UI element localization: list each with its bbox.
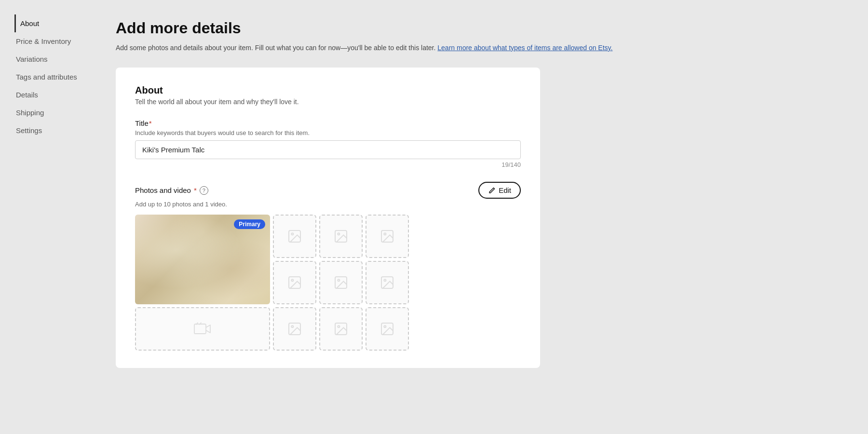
photo-slot-10[interactable]: [366, 307, 409, 351]
title-char-count: 19/140: [135, 161, 521, 168]
about-card: About Tell the world all about your item…: [116, 68, 540, 368]
svg-point-11: [384, 279, 386, 281]
video-icon-placeholder: [194, 322, 211, 336]
add-photo-icon: [333, 229, 349, 244]
add-photo-icon: [333, 275, 349, 290]
sidebar-item-variations[interactable]: Variations: [14, 50, 96, 68]
svg-point-5: [384, 233, 386, 235]
sidebar-item-details[interactable]: Details: [14, 86, 96, 104]
photo-slot-3[interactable]: [319, 215, 363, 258]
title-input[interactable]: [135, 140, 521, 159]
svg-point-18: [338, 326, 339, 327]
learn-more-link[interactable]: Learn more about what types of items are…: [437, 44, 612, 52]
svg-point-7: [291, 279, 293, 281]
photos-section: Photos and video* ? Edit Add up to 10 ph…: [135, 182, 521, 351]
section-subtitle: Tell the world all about your item and w…: [135, 98, 521, 106]
title-field-group: Title* Include keywords that buyers woul…: [135, 119, 521, 168]
sidebar-item-shipping[interactable]: Shipping: [14, 104, 96, 122]
section-title: About: [135, 85, 521, 96]
video-icon: [194, 322, 211, 336]
svg-rect-12: [194, 324, 206, 334]
add-photo-icon: [287, 321, 302, 337]
photo-slot-2[interactable]: [273, 215, 316, 258]
title-field-label: Title*: [135, 119, 521, 127]
title-field-hint: Include keywords that buyers would use t…: [135, 129, 521, 136]
primary-badge: Primary: [234, 219, 265, 229]
add-photo-icon: [287, 229, 302, 244]
add-photo-icon: [333, 321, 349, 337]
primary-photo-slot[interactable]: Primary: [135, 215, 270, 304]
sidebar-item-about[interactable]: About: [14, 14, 96, 32]
photo-slot-7[interactable]: [366, 261, 409, 304]
photos-header: Photos and video* ? Edit: [135, 182, 521, 199]
photo-grid: Primary: [135, 215, 521, 351]
page-title: Add more details: [116, 19, 839, 37]
photos-help-icon[interactable]: ?: [200, 186, 208, 195]
svg-point-1: [291, 233, 293, 235]
add-photo-icon: [380, 229, 395, 244]
page-subtitle: Add some photos and details about your i…: [116, 43, 839, 53]
photo-slot-5[interactable]: [273, 261, 316, 304]
edit-photos-button[interactable]: Edit: [478, 182, 521, 199]
add-photo-icon: [287, 275, 302, 290]
photo-slot-9[interactable]: [319, 307, 363, 351]
sidebar-item-price-inventory[interactable]: Price & Inventory: [14, 32, 96, 50]
pencil-icon: [488, 187, 496, 194]
svg-point-9: [338, 279, 339, 281]
title-required-marker: *: [149, 119, 152, 127]
photo-slot-4[interactable]: [366, 215, 409, 258]
photo-slot-6[interactable]: [319, 261, 363, 304]
svg-point-3: [338, 233, 339, 235]
main-content: Add more details Add some photos and det…: [96, 0, 868, 434]
add-photo-icon: [380, 275, 395, 290]
sidebar-item-settings[interactable]: Settings: [14, 122, 96, 139]
svg-point-16: [291, 326, 293, 327]
photos-hint: Add up to 10 photos and 1 video.: [135, 201, 521, 208]
svg-point-20: [384, 326, 386, 327]
video-slot[interactable]: [135, 307, 270, 351]
photos-required-marker: *: [194, 186, 197, 194]
photo-slot-8[interactable]: [273, 307, 316, 351]
add-photo-icon: [380, 321, 395, 337]
sidebar-item-tags-attributes[interactable]: Tags and attributes: [14, 68, 96, 86]
sidebar: About Price & Inventory Variations Tags …: [0, 0, 96, 434]
photos-label: Photos and video* ?: [135, 186, 208, 195]
